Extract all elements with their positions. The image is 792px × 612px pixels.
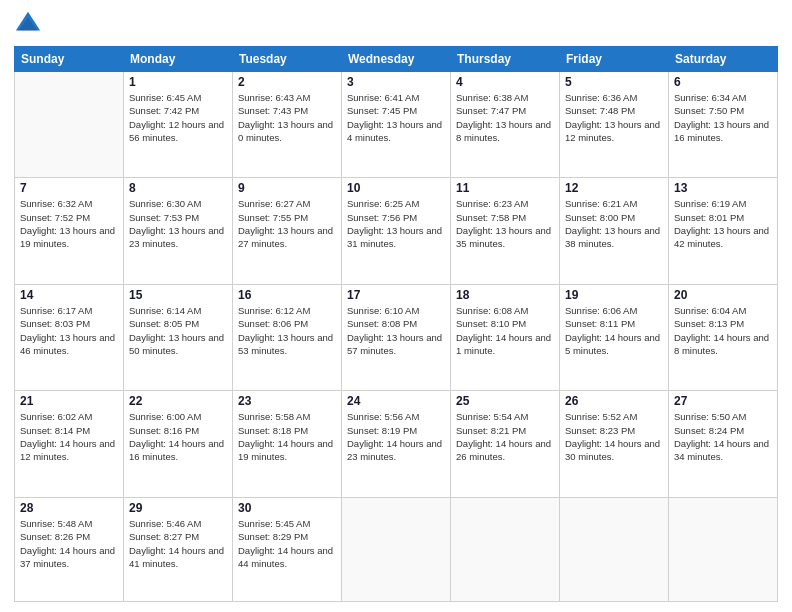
- day-info: Sunrise: 6:23 AMSunset: 7:58 PMDaylight:…: [456, 197, 554, 250]
- day-info: Sunrise: 6:32 AMSunset: 7:52 PMDaylight:…: [20, 197, 118, 250]
- day-cell: 10Sunrise: 6:25 AMSunset: 7:56 PMDayligh…: [342, 178, 451, 284]
- day-cell: 29Sunrise: 5:46 AMSunset: 8:27 PMDayligh…: [124, 497, 233, 601]
- week-row-5: 28Sunrise: 5:48 AMSunset: 8:26 PMDayligh…: [15, 497, 778, 601]
- day-info: Sunrise: 5:58 AMSunset: 8:18 PMDaylight:…: [238, 410, 336, 463]
- day-info: Sunrise: 6:45 AMSunset: 7:42 PMDaylight:…: [129, 91, 227, 144]
- day-cell: [560, 497, 669, 601]
- day-info: Sunrise: 5:48 AMSunset: 8:26 PMDaylight:…: [20, 517, 118, 570]
- day-number: 5: [565, 75, 663, 89]
- day-number: 24: [347, 394, 445, 408]
- day-cell: 7Sunrise: 6:32 AMSunset: 7:52 PMDaylight…: [15, 178, 124, 284]
- day-number: 7: [20, 181, 118, 195]
- day-number: 23: [238, 394, 336, 408]
- day-info: Sunrise: 6:08 AMSunset: 8:10 PMDaylight:…: [456, 304, 554, 357]
- day-cell: 4Sunrise: 6:38 AMSunset: 7:47 PMDaylight…: [451, 72, 560, 178]
- day-info: Sunrise: 6:21 AMSunset: 8:00 PMDaylight:…: [565, 197, 663, 250]
- weekday-header-tuesday: Tuesday: [233, 47, 342, 72]
- day-cell: 5Sunrise: 6:36 AMSunset: 7:48 PMDaylight…: [560, 72, 669, 178]
- header: [14, 10, 778, 38]
- week-row-1: 1Sunrise: 6:45 AMSunset: 7:42 PMDaylight…: [15, 72, 778, 178]
- day-info: Sunrise: 6:06 AMSunset: 8:11 PMDaylight:…: [565, 304, 663, 357]
- logo: [14, 10, 46, 38]
- day-number: 1: [129, 75, 227, 89]
- day-cell: 30Sunrise: 5:45 AMSunset: 8:29 PMDayligh…: [233, 497, 342, 601]
- day-number: 18: [456, 288, 554, 302]
- day-cell: 13Sunrise: 6:19 AMSunset: 8:01 PMDayligh…: [669, 178, 778, 284]
- logo-icon: [14, 10, 42, 38]
- day-info: Sunrise: 6:02 AMSunset: 8:14 PMDaylight:…: [20, 410, 118, 463]
- day-number: 12: [565, 181, 663, 195]
- calendar-table: SundayMondayTuesdayWednesdayThursdayFrid…: [14, 46, 778, 602]
- day-info: Sunrise: 5:54 AMSunset: 8:21 PMDaylight:…: [456, 410, 554, 463]
- day-number: 28: [20, 501, 118, 515]
- day-info: Sunrise: 6:27 AMSunset: 7:55 PMDaylight:…: [238, 197, 336, 250]
- day-info: Sunrise: 5:50 AMSunset: 8:24 PMDaylight:…: [674, 410, 772, 463]
- day-cell: 26Sunrise: 5:52 AMSunset: 8:23 PMDayligh…: [560, 391, 669, 497]
- day-info: Sunrise: 6:14 AMSunset: 8:05 PMDaylight:…: [129, 304, 227, 357]
- page: SundayMondayTuesdayWednesdayThursdayFrid…: [0, 0, 792, 612]
- day-info: Sunrise: 6:04 AMSunset: 8:13 PMDaylight:…: [674, 304, 772, 357]
- day-number: 25: [456, 394, 554, 408]
- day-cell: 28Sunrise: 5:48 AMSunset: 8:26 PMDayligh…: [15, 497, 124, 601]
- day-info: Sunrise: 6:38 AMSunset: 7:47 PMDaylight:…: [456, 91, 554, 144]
- day-number: 21: [20, 394, 118, 408]
- day-cell: 24Sunrise: 5:56 AMSunset: 8:19 PMDayligh…: [342, 391, 451, 497]
- day-number: 27: [674, 394, 772, 408]
- day-cell: 22Sunrise: 6:00 AMSunset: 8:16 PMDayligh…: [124, 391, 233, 497]
- day-number: 3: [347, 75, 445, 89]
- day-number: 30: [238, 501, 336, 515]
- day-cell: 14Sunrise: 6:17 AMSunset: 8:03 PMDayligh…: [15, 284, 124, 390]
- day-cell: 23Sunrise: 5:58 AMSunset: 8:18 PMDayligh…: [233, 391, 342, 497]
- day-info: Sunrise: 6:19 AMSunset: 8:01 PMDaylight:…: [674, 197, 772, 250]
- day-cell: 3Sunrise: 6:41 AMSunset: 7:45 PMDaylight…: [342, 72, 451, 178]
- day-cell: [451, 497, 560, 601]
- day-cell: [342, 497, 451, 601]
- day-number: 2: [238, 75, 336, 89]
- day-number: 9: [238, 181, 336, 195]
- day-cell: [669, 497, 778, 601]
- weekday-header-friday: Friday: [560, 47, 669, 72]
- day-number: 29: [129, 501, 227, 515]
- weekday-header-saturday: Saturday: [669, 47, 778, 72]
- weekday-header-monday: Monday: [124, 47, 233, 72]
- day-cell: 21Sunrise: 6:02 AMSunset: 8:14 PMDayligh…: [15, 391, 124, 497]
- day-info: Sunrise: 6:30 AMSunset: 7:53 PMDaylight:…: [129, 197, 227, 250]
- day-info: Sunrise: 5:52 AMSunset: 8:23 PMDaylight:…: [565, 410, 663, 463]
- day-number: 14: [20, 288, 118, 302]
- day-cell: 15Sunrise: 6:14 AMSunset: 8:05 PMDayligh…: [124, 284, 233, 390]
- day-info: Sunrise: 6:25 AMSunset: 7:56 PMDaylight:…: [347, 197, 445, 250]
- day-cell: 16Sunrise: 6:12 AMSunset: 8:06 PMDayligh…: [233, 284, 342, 390]
- day-number: 16: [238, 288, 336, 302]
- day-cell: 11Sunrise: 6:23 AMSunset: 7:58 PMDayligh…: [451, 178, 560, 284]
- day-number: 15: [129, 288, 227, 302]
- day-number: 19: [565, 288, 663, 302]
- weekday-header-row: SundayMondayTuesdayWednesdayThursdayFrid…: [15, 47, 778, 72]
- day-info: Sunrise: 5:45 AMSunset: 8:29 PMDaylight:…: [238, 517, 336, 570]
- day-number: 20: [674, 288, 772, 302]
- day-info: Sunrise: 6:17 AMSunset: 8:03 PMDaylight:…: [20, 304, 118, 357]
- day-cell: 1Sunrise: 6:45 AMSunset: 7:42 PMDaylight…: [124, 72, 233, 178]
- week-row-2: 7Sunrise: 6:32 AMSunset: 7:52 PMDaylight…: [15, 178, 778, 284]
- day-number: 4: [456, 75, 554, 89]
- day-info: Sunrise: 5:46 AMSunset: 8:27 PMDaylight:…: [129, 517, 227, 570]
- day-number: 22: [129, 394, 227, 408]
- day-number: 17: [347, 288, 445, 302]
- day-info: Sunrise: 6:43 AMSunset: 7:43 PMDaylight:…: [238, 91, 336, 144]
- day-cell: 27Sunrise: 5:50 AMSunset: 8:24 PMDayligh…: [669, 391, 778, 497]
- day-cell: 19Sunrise: 6:06 AMSunset: 8:11 PMDayligh…: [560, 284, 669, 390]
- day-number: 10: [347, 181, 445, 195]
- day-cell: 2Sunrise: 6:43 AMSunset: 7:43 PMDaylight…: [233, 72, 342, 178]
- weekday-header-thursday: Thursday: [451, 47, 560, 72]
- day-cell: 18Sunrise: 6:08 AMSunset: 8:10 PMDayligh…: [451, 284, 560, 390]
- day-info: Sunrise: 6:12 AMSunset: 8:06 PMDaylight:…: [238, 304, 336, 357]
- weekday-header-sunday: Sunday: [15, 47, 124, 72]
- day-info: Sunrise: 5:56 AMSunset: 8:19 PMDaylight:…: [347, 410, 445, 463]
- day-number: 6: [674, 75, 772, 89]
- day-cell: 20Sunrise: 6:04 AMSunset: 8:13 PMDayligh…: [669, 284, 778, 390]
- day-number: 13: [674, 181, 772, 195]
- day-cell: 12Sunrise: 6:21 AMSunset: 8:00 PMDayligh…: [560, 178, 669, 284]
- day-info: Sunrise: 6:36 AMSunset: 7:48 PMDaylight:…: [565, 91, 663, 144]
- day-cell: 9Sunrise: 6:27 AMSunset: 7:55 PMDaylight…: [233, 178, 342, 284]
- day-cell: 6Sunrise: 6:34 AMSunset: 7:50 PMDaylight…: [669, 72, 778, 178]
- day-cell: 25Sunrise: 5:54 AMSunset: 8:21 PMDayligh…: [451, 391, 560, 497]
